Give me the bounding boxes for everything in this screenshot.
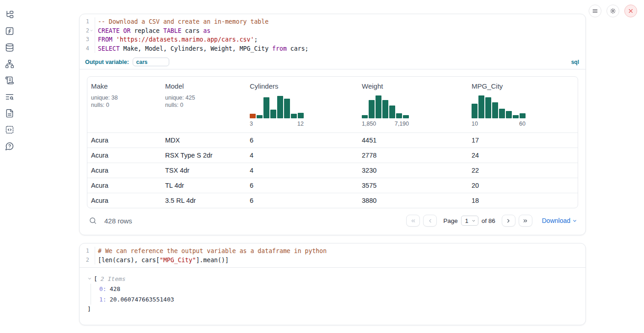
page-select[interactable]: 1 [461, 216, 478, 226]
code-line: 2 CREATE OR replace TABLE cars as [80, 26, 585, 36]
table-row[interactable]: AcuraMDX6445117 [87, 132, 578, 148]
sidebar-item-file-tree[interactable] [5, 10, 15, 19]
sidebar-item-help[interactable] [5, 142, 15, 151]
sidebar-item-snippets[interactable] [5, 125, 15, 134]
network-icon [5, 59, 14, 69]
column-header-weight[interactable]: Weight 1,8507,190 [358, 77, 468, 132]
code-square-icon [5, 125, 14, 134]
next-page-button[interactable] [502, 215, 515, 227]
function-square-icon [5, 26, 14, 36]
close-icon [628, 8, 634, 14]
line-number: 3 [86, 35, 89, 44]
code-line: 4 SELECT Make, Model, Cylinders, Weight,… [80, 44, 585, 53]
cylinders-histogram: 312 [250, 95, 304, 127]
table-header-row: Make unique: 38nulls: 0 Model unique: 42… [87, 77, 578, 132]
fold-arrow-icon[interactable] [89, 28, 94, 33]
list-item: 1:20.060747663551403 [99, 294, 578, 305]
output-variable-input[interactable] [133, 58, 169, 66]
line-number: 1 [86, 17, 89, 26]
menu-icon [592, 8, 598, 14]
table-footer: 428 rows Page 1 of 86 Download [87, 208, 578, 227]
column-stats: unique: 38nulls: 0 [91, 94, 161, 109]
list-item: 0:428 [99, 284, 578, 294]
line-number: 4 [86, 44, 89, 53]
code-token: -- Download a CSV and create an in-memor… [98, 18, 268, 25]
open-bracket: [ [94, 275, 97, 282]
code-line: 2 [len(cars), cars["MPG_City"].mean()] [80, 256, 585, 265]
table-row[interactable]: AcuraTSX 4dr4323022 [87, 163, 578, 178]
column-header-cylinders[interactable]: Cylinders 312 [246, 77, 358, 132]
close-bracket: ] [87, 305, 578, 314]
collapse-toggle[interactable] [87, 276, 92, 281]
hist-min-label: 3 [250, 121, 253, 127]
table-search-button[interactable] [89, 217, 97, 225]
table-row[interactable]: AcuraTL 4dr6357520 [87, 178, 578, 193]
tree-body: 0:428 1:20.060747663551403 [91, 284, 578, 305]
sql-cell-output: Make unique: 38nulls: 0 Model unique: 42… [80, 69, 585, 227]
database-icon [5, 43, 14, 52]
hist-max-label: 12 [297, 121, 304, 127]
python-cell: 1 # We can reference the output variable… [79, 243, 586, 325]
double-chevron-left-icon [410, 218, 416, 224]
menu-button[interactable] [589, 5, 601, 17]
text-search-icon [5, 92, 14, 101]
line-number: 2 [86, 256, 89, 265]
double-chevron-right-icon [522, 218, 528, 224]
column-header-mpg-city[interactable]: MPG_City 1060 [468, 77, 578, 132]
column-header-model[interactable]: Model unique: 425nulls: 0 [161, 77, 246, 132]
sidebar-item-documentation[interactable] [5, 109, 15, 118]
sql-code-editor[interactable]: 1 -- Download a CSV and create an in-mem… [80, 14, 585, 56]
chevron-right-icon [505, 218, 511, 224]
line-number: 2 [86, 26, 89, 36]
column-stats: unique: 425nulls: 0 [165, 94, 246, 109]
hist-max-label: 60 [519, 121, 526, 127]
weight-histogram: 1,8507,190 [362, 95, 409, 127]
table-row[interactable]: Acura3.5 RL 4dr6388018 [87, 193, 578, 208]
language-badge: sql [571, 59, 579, 65]
output-variable-bar: Output variable: sql [80, 56, 585, 69]
sidebar [5, 10, 15, 151]
chevron-down-icon [472, 219, 476, 223]
shutdown-button[interactable] [624, 5, 637, 17]
settings-button[interactable] [606, 5, 619, 17]
prev-page-button[interactable] [423, 215, 437, 227]
page-label: Page [443, 217, 458, 224]
file-tree-icon [5, 10, 14, 19]
pagination: Page 1 of 86 Download [406, 215, 577, 227]
mpg-city-histogram: 1060 [472, 95, 526, 127]
code-line: 3 FROM 'https://datasets.marimo.app/cars… [80, 35, 585, 44]
sidebar-item-functions[interactable] [5, 26, 15, 36]
output-variable-label: Output variable: [85, 59, 129, 65]
chevron-down-icon [87, 276, 92, 281]
last-page-button[interactable] [519, 215, 532, 227]
sidebar-item-datasources[interactable] [5, 43, 15, 52]
sidebar-item-scratchpad[interactable] [5, 76, 15, 85]
data-table: Make unique: 38nulls: 0 Model unique: 42… [87, 76, 578, 208]
hist-min-label: 10 [472, 121, 478, 127]
message-question-icon [5, 142, 14, 151]
code-line: 1 # We can reference the output variable… [80, 247, 585, 256]
search-icon [89, 217, 97, 225]
download-button[interactable]: Download [542, 217, 577, 224]
hist-max-label: 7,190 [395, 121, 409, 127]
chevron-down-icon [572, 218, 577, 223]
line-number: 1 [86, 247, 89, 256]
sidebar-item-logs[interactable] [5, 92, 15, 101]
first-page-button[interactable] [406, 215, 420, 227]
page-total-label: of 86 [482, 217, 495, 224]
sidebar-item-dependency-graph[interactable] [5, 59, 15, 69]
gear-icon [610, 8, 616, 14]
python-code-editor[interactable]: 1 # We can reference the output variable… [80, 243, 585, 267]
chevron-left-icon [427, 218, 433, 224]
table-row[interactable]: AcuraRSX Type S 2dr4277824 [87, 148, 578, 163]
topbar-actions [589, 5, 637, 17]
python-cell-output: [ 2 Items 0:428 1:20.060747663551403 ] [80, 267, 585, 314]
code-line: 1 -- Download a CSV and create an in-mem… [80, 17, 585, 26]
hist-min-label: 1,850 [362, 121, 376, 127]
file-text-icon [5, 109, 14, 118]
scroll-icon [5, 76, 14, 85]
row-count: 428 rows [104, 217, 132, 225]
sql-cell: 1 -- Download a CSV and create an in-mem… [79, 14, 586, 235]
items-count: 2 Items [101, 275, 126, 282]
column-header-make[interactable]: Make unique: 38nulls: 0 [87, 77, 161, 132]
